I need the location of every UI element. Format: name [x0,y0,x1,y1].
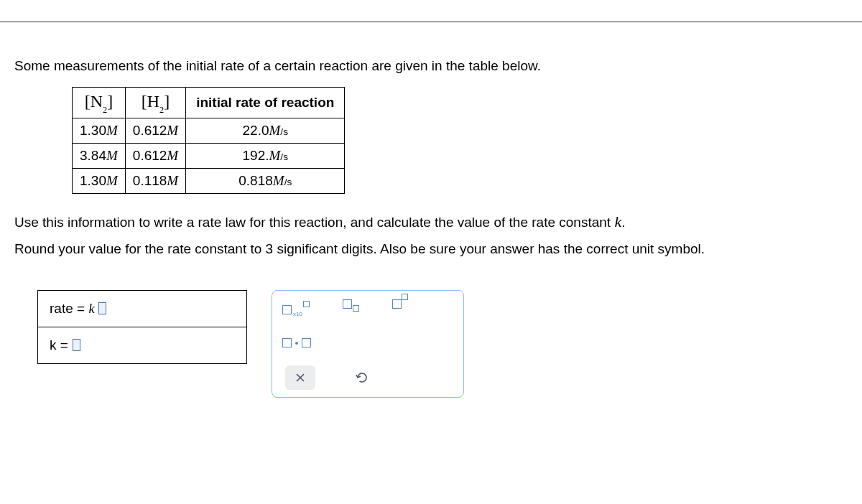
tool-row-1: x10 [282,299,453,321]
data-table: [N2] [H2] initial rate of reaction 1.30M… [72,87,345,194]
header-n2: [N2] [73,88,126,118]
scientific-notation-button[interactable]: x10 [282,299,310,321]
k-label: k = [50,337,68,353]
k-placeholder-icon[interactable] [73,339,80,351]
intro-text: Some measurements of the initial rate of… [14,58,848,74]
box-icon [353,305,359,312]
problem-content: Some measurements of the initial rate of… [0,22,862,412]
cell-n2: 1.30M [73,168,126,193]
clear-button[interactable] [285,365,315,390]
undo-icon [355,370,369,385]
cell-h2: 0.612M [125,143,185,168]
rate-label: rate = k [50,301,94,317]
k-input-row[interactable]: k = [38,327,246,363]
instruction-1: Use this information to write a rate law… [14,213,848,231]
bottom-controls [285,365,453,390]
box-icon [343,299,352,309]
answer-box: rate = k k = [37,290,247,364]
x10-label: x10 [293,311,302,317]
box-icon [392,299,402,309]
box-icon [282,305,292,314]
box-icon [302,338,311,347]
rate-input-row[interactable]: rate = k [38,291,246,327]
dot-icon [295,342,298,345]
box-icon [402,294,408,300]
close-icon [295,373,305,383]
cell-rate: 192.M/s [186,143,345,168]
cell-rate: 22.0M/s [186,118,345,143]
cell-n2: 3.84M [73,143,126,168]
subscript-button[interactable] [343,299,359,321]
answer-section: rate = k k = x10 [37,290,848,398]
cell-h2: 0.118M [125,168,185,193]
table-row: 3.84M 0.612M 192.M/s [73,143,345,168]
tool-row-2 [282,332,453,354]
rate-placeholder-icon[interactable] [98,302,106,314]
header-initial-rate: initial rate of reaction [186,88,345,118]
cell-h2: 0.612M [125,118,185,143]
table-row: 1.30M 0.118M 0.818M/s [73,168,345,193]
cell-rate: 0.818M/s [186,168,345,193]
reset-button[interactable] [347,365,377,390]
table-row: 1.30M 0.612M 22.0M/s [73,118,345,143]
equation-toolbar: x10 [272,290,464,398]
box-icon [282,338,292,347]
box-icon [303,301,310,307]
instruction-2: Round your value for the rate constant t… [14,241,848,257]
cell-n2: 1.30M [73,118,126,143]
multiply-dot-button[interactable] [282,332,311,354]
table-header-row: [N2] [H2] initial rate of reaction [73,88,345,118]
superscript-button[interactable] [392,299,408,321]
header-h2: [H2] [125,88,185,118]
